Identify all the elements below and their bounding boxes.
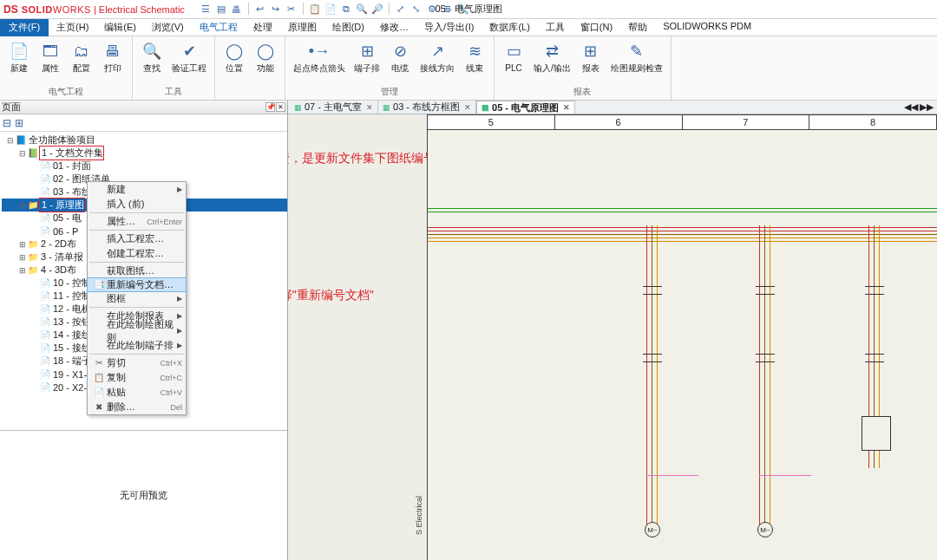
context-menu-item[interactable]: 📑重新编号文档…	[87, 277, 187, 292]
menu-tab[interactable]: 窗口(N)	[573, 18, 620, 36]
submenu-arrow-icon: ▶	[177, 295, 182, 303]
ribbon-button[interactable]: 📄新建	[3, 38, 35, 75]
document-tab[interactable]: ▦03 - 布线方框图✕	[378, 101, 476, 114]
ribbon-button[interactable]: •→起点终点箭头	[289, 38, 350, 75]
context-menu-item[interactable]: 插入 (前)	[88, 197, 186, 212]
tree-toggle-icon[interactable]: ⊟	[5, 136, 15, 145]
qat-button[interactable]: ✂	[285, 3, 298, 16]
ribbon-button[interactable]: ⊞报表	[575, 38, 606, 75]
context-menu-item[interactable]: 获取图纸…	[88, 264, 186, 278]
tree-toggle-icon[interactable]: ⊟	[17, 149, 27, 158]
ribbon-button[interactable]: ≋线束	[459, 38, 490, 75]
tab-close-icon[interactable]: ✕	[464, 103, 471, 112]
qat-button[interactable]: ↪	[269, 3, 283, 16]
menu-tab[interactable]: 电气工程	[192, 18, 246, 36]
menu-tab[interactable]: 导入/导出(I)	[416, 18, 482, 36]
page-tree[interactable]: ⊟📘全功能体验项目⊟📗1 - 文档文件集📄01 - 封面📄02 - 图纸清单📄0…	[0, 132, 287, 430]
menu-tab[interactable]: 绘图(D)	[324, 18, 372, 36]
ribbon-icon: 🖶	[102, 40, 124, 62]
qat-button[interactable]: ↩	[253, 3, 267, 16]
qat-button[interactable]: ☰	[199, 3, 213, 16]
panel-controls[interactable]: 📌✕	[265, 102, 285, 112]
tree-toggle-icon[interactable]: ⊟	[17, 201, 27, 210]
ribbon-button[interactable]: ◯位置	[219, 38, 250, 75]
pin-icon[interactable]: 📌	[265, 102, 275, 112]
qat-button[interactable]: 📋	[308, 3, 322, 16]
context-menu-item[interactable]: 新建▶	[88, 182, 186, 197]
menu-tab[interactable]: 帮助	[620, 18, 655, 36]
ribbon-button[interactable]: ▭PLC	[498, 38, 529, 75]
tree-item-icon: 📄	[39, 174, 51, 184]
context-menu-item[interactable]: ✂剪切Ctrl+X	[88, 355, 186, 370]
context-menu-item[interactable]: 插入工程宏…	[88, 231, 186, 246]
menu-tab[interactable]: 数据库(L)	[482, 18, 537, 36]
tab-scroll-controls[interactable]: ◀◀▶▶	[904, 101, 937, 113]
tree-toggle-icon[interactable]: ⊞	[17, 266, 27, 275]
menu-tab[interactable]: 原理图	[280, 18, 324, 36]
ribbon-button[interactable]: ⊘电缆	[384, 38, 416, 75]
tree-item-icon: 📄	[39, 304, 51, 314]
tree-item-label: 01 - 封面	[51, 160, 91, 173]
qat-button[interactable]: ⧉	[339, 3, 353, 16]
qat-button[interactable]: ⤡	[410, 3, 423, 16]
context-menu-item[interactable]: 在此绘制绘图规则▶	[88, 323, 186, 338]
context-menu-item[interactable]: 图框▶	[88, 291, 186, 306]
context-menu-item[interactable]: 📄粘贴Ctrl+V	[88, 385, 186, 400]
context-menu-item[interactable]: 属性…Ctrl+Enter	[88, 214, 186, 229]
ribbon-button[interactable]: 🗔属性	[35, 38, 66, 75]
tree-toggle-icon[interactable]: ⊞	[17, 253, 27, 262]
ribbon-icon: 🔍	[141, 40, 163, 62]
qat-button[interactable]: 🖶	[230, 3, 244, 16]
annotation-2: 2.选择"重新编号文档"	[288, 288, 374, 303]
menu-tab[interactable]: 工具	[538, 18, 573, 36]
ribbon-button[interactable]: ◯功能	[250, 38, 281, 75]
ribbon-button[interactable]: ⇄输入/输出	[529, 38, 575, 75]
close-icon[interactable]: ✕	[276, 102, 285, 112]
tree-item-label: 10 - 控制	[51, 277, 91, 290]
menu-tab[interactable]: 处理	[246, 18, 280, 36]
tab-close-icon[interactable]: ✕	[563, 103, 570, 112]
menu-tab[interactable]: 编辑(E)	[96, 18, 144, 36]
tree-item-label: 3 - 清单报	[39, 251, 83, 264]
document-tab[interactable]: ▦05 - 电气原理图✕	[476, 101, 575, 114]
ribbon-icon: ◯	[223, 40, 246, 62]
ribbon-button[interactable]: 🖶打印	[97, 38, 128, 75]
tree-node[interactable]: ⊟📗1 - 文档文件集	[2, 147, 287, 160]
menu-tab[interactable]: 修改…	[372, 18, 416, 36]
context-menu-item[interactable]: 在此绘制端子排▶	[88, 338, 186, 353]
tab-next-icon[interactable]: ▶▶	[920, 101, 934, 113]
qat-button[interactable]: 📄	[324, 3, 337, 16]
ribbon-button[interactable]: ✎绘图规则检查	[606, 38, 667, 75]
ribbon-button[interactable]: 🔍查找	[136, 38, 167, 75]
context-menu-item[interactable]: ✖删除…Del	[88, 400, 186, 414]
tree-toggle-icon[interactable]: ⊞	[17, 240, 27, 249]
collapse-all-icon[interactable]: ⊟	[3, 117, 11, 129]
menu-item-label: 粘贴	[107, 386, 161, 399]
tree-node[interactable]: 📄01 - 封面	[2, 160, 287, 173]
ribbon-button[interactable]: ✔验证工程	[167, 38, 211, 75]
context-menu[interactable]: 新建▶插入 (前)属性…Ctrl+Enter插入工程宏…创建工程宏…获取图纸…📑…	[87, 181, 187, 415]
tab-prev-icon[interactable]: ◀◀	[904, 101, 918, 113]
file-menu[interactable]: 文件(F)	[0, 19, 49, 36]
qat-button[interactable]: ⤢	[394, 3, 408, 16]
tab-icon: ▦	[383, 103, 390, 112]
menu-tab[interactable]: SOLIDWORKS PDM	[655, 18, 759, 36]
preview-pane: 无可用预览	[0, 430, 287, 560]
tab-close-icon[interactable]: ✕	[366, 103, 373, 112]
tab-label: 05 - 电气原理图	[492, 101, 559, 114]
schematic-canvas[interactable]: 1.需要先分清楚，是更新文件集下图纸编号的排列顺序，还是某个文件夹下的图纸编号排…	[288, 114, 937, 560]
ribbon-button[interactable]: 🗂配置	[66, 38, 97, 75]
qat-button[interactable]: ▤	[214, 3, 228, 16]
tree-item-icon: 📄	[39, 291, 51, 301]
context-menu-item[interactable]: 📋复制Ctrl+C	[88, 370, 186, 385]
qat-button[interactable]: 🔍	[355, 3, 369, 16]
menu-tab[interactable]: 主页(H)	[49, 18, 96, 36]
ribbon-button[interactable]: ⊞端子排	[350, 38, 384, 75]
context-menu-item[interactable]: 创建工程宏…	[88, 246, 186, 261]
document-tab[interactable]: ▦07 - 主电气室✕	[290, 101, 378, 114]
ribbon-button[interactable]: ↗接线方向	[416, 38, 459, 75]
tree-node[interactable]: ⊟📘全功能体验项目	[2, 133, 287, 147]
menu-tab[interactable]: 浏览(V)	[144, 18, 192, 36]
qat-button[interactable]: 🔎	[370, 3, 384, 16]
expand-all-icon[interactable]: ⊞	[15, 117, 23, 129]
